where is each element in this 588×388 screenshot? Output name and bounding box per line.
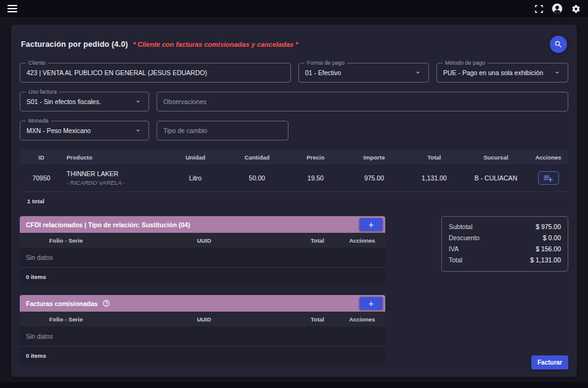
cliente-value: 423 | VENTA AL PUBLICO EN GENERAL (JESUS…: [27, 69, 207, 76]
cell-cantidad: 50.00: [226, 174, 288, 182]
comisionadas-section-header: Facturas comisionadas +: [20, 295, 385, 312]
subtotal-row: Subtotal $ 975.00: [449, 221, 561, 232]
comisionadas-col-total: Total: [296, 316, 339, 323]
comisionadas-empty-state: Sin datos: [20, 326, 385, 347]
cell-sucursal: B - CULIACAN: [463, 174, 528, 182]
form-row-1: Cliente 423 | VENTA AL PUBLICO EN GENERA…: [20, 63, 568, 83]
facturar-button[interactable]: Facturar: [531, 355, 568, 370]
comisionadas-items-count: 0 items: [20, 347, 385, 365]
forma-pago-select[interactable]: Forma de pago 01 - Efectivo: [298, 63, 429, 83]
comisionadas-title-text: Facturas comisionadas: [26, 300, 98, 307]
uso-factura-value: S01 - Sin efectos fiscales.: [27, 98, 101, 105]
client-warning-text: * Cliente con facturas comisionadas y ca…: [133, 41, 298, 48]
cell-precio: 19.50: [288, 174, 343, 182]
comisionadas-col-folio: Folio - Serie: [20, 316, 112, 323]
chevron-down-icon: [134, 126, 142, 135]
uso-factura-select[interactable]: Uso factura S01 - Sin efectos fiscales.: [20, 92, 149, 111]
cfdi-empty-state: Sin datos: [20, 248, 385, 268]
total-row: Total $ 1,131.00: [449, 254, 561, 265]
col-header-sucursal: Sucursal: [463, 154, 528, 161]
moneda-select[interactable]: Moneda MXN - Peso Mexicano: [20, 121, 149, 140]
tipo-cambio-input[interactable]: [163, 127, 282, 134]
total-label: Total: [449, 256, 462, 264]
cfdi-col-acciones: Acciones: [339, 237, 385, 244]
cfdi-section-body: Folio - Serie UUID Total Acciones Sin da…: [20, 233, 385, 286]
comisionadas-table-header: Folio - Serie UUID Total Acciones: [20, 312, 385, 326]
tipo-cambio-field-wrap: [157, 121, 288, 140]
form-row-2: Uso factura S01 - Sin efectos fiscales.: [20, 92, 568, 111]
comisionadas-section-title: Facturas comisionadas: [26, 299, 110, 307]
moneda-label: Moneda: [26, 118, 51, 124]
comisionadas-add-button[interactable]: +: [359, 297, 383, 310]
page-title: Facturación por pedido (4.0): [21, 40, 128, 49]
chevron-down-icon: [553, 68, 561, 77]
col-header-producto: Producto: [63, 154, 165, 161]
descuento-label: Descuento: [449, 234, 480, 241]
forma-pago-value: 01 - Efectivo: [305, 69, 341, 76]
products-table-header: ID Producto Unidad Cantidad Precio Impor…: [20, 150, 568, 164]
cfdi-section-title: CFDI relacionados | Tipo de relación: Su…: [26, 221, 190, 228]
col-header-precio: Precio: [288, 154, 343, 161]
cfdi-section-header: CFDI relacionados | Tipo de relación: Su…: [20, 216, 385, 233]
metodo-pago-label: Método de pago: [443, 60, 488, 67]
products-table-footer: 1 total: [20, 192, 568, 210]
products-table: ID Producto Unidad Cantidad Precio Impor…: [20, 150, 568, 210]
cell-producto: THINNER LAKER - RICARDO VARELA -: [63, 170, 165, 186]
cfdi-add-button[interactable]: +: [359, 218, 383, 231]
iva-label: IVA: [449, 245, 459, 253]
chevron-down-icon: [414, 68, 422, 77]
help-circle-icon[interactable]: [102, 299, 110, 307]
col-header-cantidad: Cantidad: [226, 154, 288, 161]
form-row-3: Moneda MXN - Peso Mexicano: [20, 121, 568, 140]
fullscreen-icon[interactable]: [535, 5, 543, 13]
totals-summary-box: Subtotal $ 975.00 Descuento $ 0.00 IVA $…: [441, 216, 568, 272]
cfdi-col-total: Total: [296, 237, 339, 244]
cell-unidad: Litro: [165, 174, 226, 182]
cfdi-col-folio: Folio - Serie: [20, 237, 112, 244]
metodo-pago-select[interactable]: Método de pago PUE - Pago en una sola ex…: [436, 63, 568, 83]
cell-id: 70950: [20, 174, 63, 182]
billing-card: Facturación por pedido (4.0) * Cliente c…: [11, 25, 577, 377]
col-header-unidad: Unidad: [165, 154, 226, 161]
metodo-pago-value: PUE - Pago en una sola exhibición: [443, 69, 543, 76]
cfdi-col-uuid: UUID: [112, 237, 296, 244]
product-name: THINNER LAKER: [67, 170, 165, 177]
chevron-down-icon: [134, 97, 142, 106]
cfdi-table-header: Folio - Serie UUID Total Acciones: [20, 233, 385, 248]
product-seller: - RICARDO VARELA -: [67, 179, 165, 186]
col-header-importe: Importe: [343, 154, 405, 161]
account-avatar-icon[interactable]: [552, 3, 563, 14]
search-icon: [554, 40, 563, 49]
iva-row: IVA $ 156.00: [449, 243, 561, 254]
cell-importe: 975.00: [343, 174, 405, 182]
observaciones-input[interactable]: [163, 98, 561, 105]
table-row: 70950 THINNER LAKER - RICARDO VARELA - L…: [20, 164, 568, 192]
comisionadas-section-body: Folio - Serie UUID Total Acciones Sin da…: [20, 312, 385, 365]
forma-pago-label: Forma de pago: [304, 60, 347, 67]
left-column: CFDI relacionados | Tipo de relación: Su…: [20, 216, 385, 374]
search-button[interactable]: [550, 36, 567, 53]
cliente-field[interactable]: Cliente 423 | VENTA AL PUBLICO EN GENERA…: [20, 63, 291, 83]
add-row-invoice-button[interactable]: [538, 171, 559, 185]
moneda-value: MXN - Peso Mexicano: [27, 127, 91, 134]
total-value: $ 1,131.00: [530, 256, 561, 264]
topbar: [0, 0, 588, 17]
bottom-area: CFDI relacionados | Tipo de relación: Su…: [20, 216, 568, 374]
col-header-acciones: Acciones: [528, 154, 568, 161]
iva-value: $ 156.00: [536, 245, 561, 253]
subtotal-value: $ 975.00: [536, 223, 561, 230]
bottom-bar: [0, 382, 588, 388]
cfdi-relacionados-section: CFDI relacionados | Tipo de relación: Su…: [20, 216, 385, 286]
cliente-label: Cliente: [26, 60, 48, 67]
subtotal-label: Subtotal: [449, 223, 473, 230]
cell-total: 1,131.00: [405, 174, 463, 182]
descuento-row: Descuento $ 0.00: [449, 232, 561, 243]
menu-icon[interactable]: [7, 5, 17, 12]
facturas-comisionadas-section: Facturas comisionadas + Folio - Serie UU…: [20, 295, 385, 365]
cell-acciones: [528, 171, 568, 185]
observaciones-field-wrap: [157, 92, 568, 111]
settings-gear-icon[interactable]: [571, 4, 581, 14]
col-header-id: ID: [20, 154, 63, 161]
uso-factura-label: Uso factura: [26, 89, 59, 95]
cfdi-items-count: 0 items: [20, 268, 385, 286]
